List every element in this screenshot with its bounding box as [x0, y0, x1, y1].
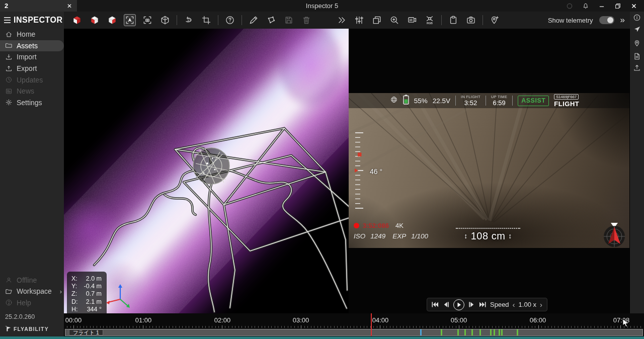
upload-icon[interactable]: [632, 63, 642, 73]
timeline-event-marker: [457, 329, 459, 335]
title-bar: 2 ✕ Inspector 5: [0, 0, 644, 12]
close-button[interactable]: [628, 1, 640, 11]
coord-row: H:344 °: [71, 306, 102, 313]
play-button[interactable]: [453, 299, 464, 310]
window-tab[interactable]: 2 ✕: [0, 0, 77, 12]
model-cube-red-1-icon[interactable]: [71, 14, 83, 26]
sidebar-item-label: Updates: [17, 76, 43, 84]
screenshot-icon[interactable]: [465, 14, 477, 26]
pointcloud-viewport[interactable]: X:2.0 mY:-0.4 mZ:0.7 mD:2.1 mH:344 °: [64, 29, 349, 313]
playback-controls: Speed ‹ 1.00 x ›: [427, 298, 547, 311]
camera-feed: 55% 22.5V IN FLIGHT 3:52 UP TIME 6:59 AS…: [349, 93, 629, 248]
distance-readout: ↕108 cm↕: [448, 228, 528, 242]
record-dot-icon: [354, 223, 359, 228]
chevrons-right-icon[interactable]: [336, 14, 348, 26]
layers-icon[interactable]: [371, 14, 383, 26]
tab-label: 2: [5, 2, 67, 10]
model-cube-red-2-icon[interactable]: [89, 14, 101, 26]
flight-icon[interactable]: [632, 24, 642, 34]
help-icon[interactable]: [224, 14, 236, 26]
status-circle-icon: [564, 1, 576, 11]
speed-increase-button[interactable]: ›: [540, 300, 542, 309]
sidebar-footer-label: Offline: [17, 276, 37, 284]
flyability-mark-icon: [4, 325, 12, 332]
clipboard-icon[interactable]: [447, 14, 459, 26]
timeline-track[interactable]: フライト 1: [65, 329, 643, 336]
sidebar-item-label: Settings: [17, 99, 42, 107]
timeline-time-label: 01:00: [135, 316, 152, 324]
sidebar-item-export[interactable]: Export: [0, 63, 64, 74]
sidebar-nav: HomeAssetsImportExportUpdatesNewsSetting…: [0, 29, 64, 108]
flight-mode-label: FLIGHT: [554, 101, 579, 107]
step-back-button[interactable]: [442, 301, 450, 308]
skip-start-button[interactable]: [431, 301, 439, 308]
timeline-event-marker: [464, 329, 466, 335]
timeline-event-marker: [441, 329, 442, 335]
timeline-playhead[interactable]: [371, 313, 372, 336]
flight-track-label[interactable]: フライト 1: [69, 329, 103, 335]
step-forward-button[interactable]: [468, 301, 475, 308]
sidebar-footer-label: Workspace: [17, 287, 52, 295]
flightpath-overlay: [64, 29, 349, 313]
crop-icon[interactable]: [200, 14, 212, 26]
show-telemetry-toggle[interactable]: [599, 16, 614, 24]
restore-button[interactable]: [612, 1, 624, 11]
timeline-time-label: 02:00: [214, 316, 231, 324]
recording-status: 3:52:086 4K: [354, 222, 404, 229]
drone-cage-model: [193, 148, 230, 184]
timeline-event-marker: [517, 329, 518, 335]
zoom-in-icon[interactable]: [388, 14, 400, 26]
minimize-button[interactable]: [596, 1, 608, 11]
sidebar-item-news: News: [0, 86, 64, 97]
toolbar-separator: [218, 15, 218, 25]
timeline-event-marker: [501, 329, 503, 335]
sidebar-footer-offline: Offline: [0, 274, 64, 286]
resolution-label: 4K: [395, 222, 404, 229]
ir-camera-icon[interactable]: IR: [406, 14, 418, 26]
sidebar-footer-workspace[interactable]: Workspace›: [0, 286, 64, 297]
toolbar-separator: [177, 15, 177, 25]
rgb-camera-icon[interactable]: RGB: [424, 14, 436, 26]
exposure-readout: ISO1249EXP1/100: [354, 232, 428, 240]
battery-percent: 55%: [414, 97, 428, 105]
poi-add-icon[interactable]: [489, 14, 501, 26]
save-icon: [283, 14, 295, 26]
svg-text:RGB: RGB: [427, 22, 433, 25]
notifications-bell-icon[interactable]: [580, 1, 592, 11]
sidebar-item-label: Assets: [17, 42, 38, 50]
sidebar-item-home[interactable]: Home: [0, 29, 64, 40]
cube-wireframe-icon[interactable]: [159, 14, 171, 26]
info-icon[interactable]: [632, 13, 642, 23]
compass-indicator: [601, 222, 627, 248]
timeline-bottom-bar: [0, 336, 644, 339]
adjustments-icon[interactable]: [353, 14, 365, 26]
flyability-logo: FLYABILITY: [4, 325, 49, 332]
location-pin-icon[interactable]: [632, 38, 642, 48]
svg-text:3D: 3D: [187, 19, 191, 22]
skip-end-button[interactable]: [479, 301, 487, 308]
timeline-event-marker: [494, 329, 495, 335]
model-cube-red-3-icon[interactable]: [106, 14, 118, 26]
rotate-3d-icon[interactable]: 3D: [183, 14, 195, 26]
hamburger-icon[interactable]: [4, 17, 11, 24]
camera-frame-icon[interactable]: [141, 14, 153, 26]
drone-locate-icon[interactable]: [124, 14, 136, 26]
speed-value: 1.00 x: [519, 301, 536, 308]
tab-close-icon[interactable]: ✕: [67, 3, 72, 10]
sidebar-item-label: Export: [17, 64, 37, 72]
timeline[interactable]: 00:0001:0002:0003:0004:0005:0006:0007:08…: [64, 313, 644, 336]
measure-icon[interactable]: [248, 14, 260, 26]
report-icon[interactable]: [632, 51, 642, 61]
main-toolbar: INSPECTOR 3DIRRGB Show telemetry »: [0, 12, 644, 29]
sidebar-item-settings[interactable]: Settings: [0, 97, 64, 109]
polygon-icon[interactable]: [265, 14, 277, 26]
timeline-event-marker: [420, 329, 422, 335]
sidebar-item-assets[interactable]: Assets: [0, 40, 64, 52]
speed-decrease-button[interactable]: ‹: [513, 300, 515, 309]
timeline-time-label: 00:00: [65, 316, 82, 324]
right-rail: [630, 12, 644, 313]
app-brand[interactable]: INSPECTOR: [0, 12, 64, 29]
speed-label: Speed: [490, 301, 509, 308]
sidebar-item-import[interactable]: Import: [0, 51, 64, 63]
chevrons-right-icon[interactable]: »: [620, 15, 624, 25]
